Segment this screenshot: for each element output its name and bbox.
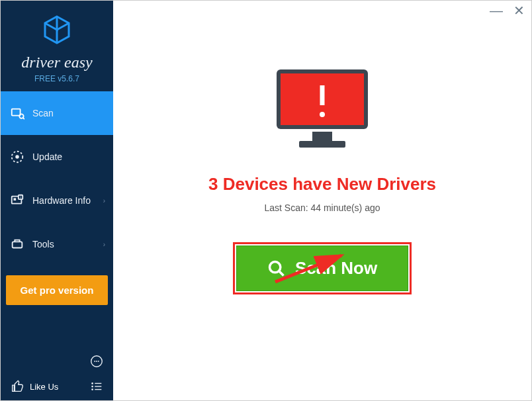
svg-rect-24 bbox=[299, 141, 345, 148]
thumbs-up-icon bbox=[10, 379, 24, 394]
svg-point-17 bbox=[91, 386, 93, 388]
brand-version: FREE v5.6.7 bbox=[1, 74, 113, 83]
hardware-icon: i bbox=[10, 193, 24, 208]
scan-now-button[interactable]: Scan Now bbox=[236, 245, 408, 291]
like-us-label: Like Us bbox=[30, 382, 58, 392]
svg-rect-1 bbox=[12, 109, 21, 116]
update-icon bbox=[10, 150, 24, 164]
menu-icon[interactable] bbox=[89, 379, 104, 394]
svg-line-3 bbox=[23, 118, 24, 119]
sidebar-item-update[interactable]: Update bbox=[1, 135, 113, 179]
sidebar-item-tools[interactable]: Tools › bbox=[1, 222, 113, 266]
alert-monitor-icon bbox=[273, 67, 372, 156]
minimize-button[interactable]: — bbox=[490, 6, 503, 15]
chevron-right-icon: › bbox=[103, 241, 105, 248]
like-us-button[interactable]: Like Us bbox=[10, 379, 58, 394]
sidebar-bottom: Like Us bbox=[1, 347, 113, 400]
feedback-icon[interactable] bbox=[89, 354, 104, 369]
svg-text:i: i bbox=[20, 195, 21, 199]
svg-rect-7 bbox=[14, 198, 17, 200]
brand-name: driver easy bbox=[1, 54, 113, 71]
svg-line-28 bbox=[279, 271, 283, 275]
svg-point-27 bbox=[269, 261, 280, 272]
sidebar-item-label: Update bbox=[32, 152, 62, 162]
tools-icon bbox=[10, 237, 24, 251]
headline-text: 3 Devices have New Drivers bbox=[208, 174, 436, 195]
logo-icon bbox=[1, 14, 113, 48]
svg-point-14 bbox=[98, 361, 99, 362]
svg-point-13 bbox=[96, 361, 97, 362]
svg-point-2 bbox=[19, 114, 23, 118]
scan-icon bbox=[10, 106, 24, 120]
search-icon bbox=[267, 259, 286, 278]
sidebar-item-label: Scan bbox=[32, 108, 54, 118]
chevron-right-icon: › bbox=[103, 197, 105, 204]
sidebar-item-scan[interactable]: Scan bbox=[1, 91, 113, 135]
close-button[interactable]: ✕ bbox=[513, 6, 525, 15]
svg-rect-10 bbox=[13, 242, 22, 247]
last-scan-text: Last Scan: 44 minute(s) ago bbox=[264, 202, 380, 213]
scan-button-highlight: Scan Now bbox=[233, 242, 412, 294]
app-window: driver easy FREE v5.6.7 Scan Update i bbox=[0, 0, 532, 401]
svg-point-26 bbox=[320, 112, 325, 117]
sidebar-item-hardware-info[interactable]: i Hardware Info › bbox=[1, 179, 113, 222]
main-content: — ✕ 3 Devices have New Drivers Last Scan… bbox=[113, 1, 531, 400]
sidebar-item-label: Tools bbox=[32, 239, 54, 249]
svg-point-12 bbox=[94, 361, 95, 362]
sidebar: driver easy FREE v5.6.7 Scan Update i bbox=[1, 1, 113, 400]
sidebar-item-label: Hardware Info bbox=[32, 195, 91, 206]
svg-point-19 bbox=[91, 388, 93, 390]
get-pro-button[interactable]: Get pro version bbox=[6, 275, 108, 305]
nav: Scan Update i Hardware Info › Tools bbox=[1, 91, 113, 266]
svg-point-15 bbox=[91, 382, 93, 384]
svg-point-5 bbox=[15, 155, 19, 159]
svg-rect-23 bbox=[312, 132, 332, 141]
brand-block: driver easy FREE v5.6.7 bbox=[1, 1, 113, 91]
scan-button-label: Scan Now bbox=[295, 258, 377, 279]
titlebar-controls: — ✕ bbox=[490, 6, 525, 15]
